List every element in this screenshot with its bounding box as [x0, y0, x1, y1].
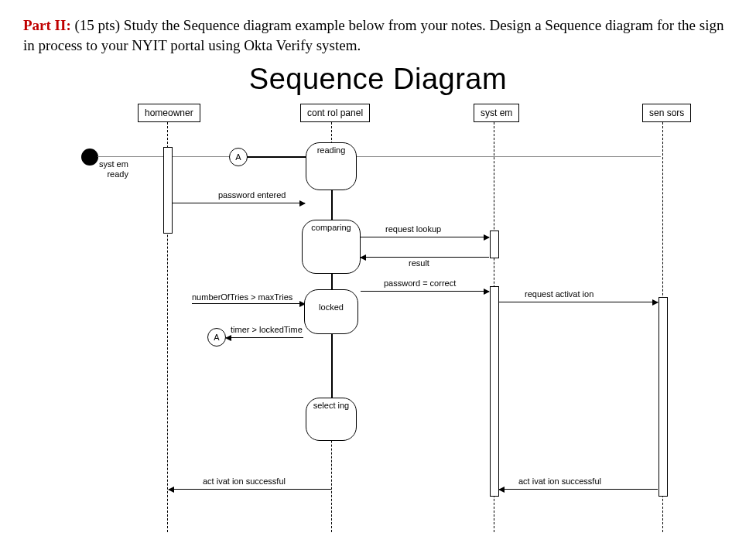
connector-a-lower: A: [207, 328, 226, 347]
state-locked: locked: [304, 289, 358, 334]
arrow-password-entered: [172, 203, 305, 203]
system-ready-label: syst em ready: [99, 159, 128, 179]
cp-connector-2: [331, 274, 333, 289]
arrow-activation-successful-right: [499, 489, 658, 490]
msg-request-lookup: request lookup: [385, 224, 441, 234]
line-a-to-reading: [247, 156, 307, 158]
arrow-request-lookup: [361, 237, 489, 237]
arrow-request-activation: [499, 302, 658, 302]
msg-timer-locked: timer > lockedTime: [231, 325, 303, 334]
lifeline-sensors: sen sors: [642, 104, 691, 122]
lifeline-homeowner: homeowner: [138, 104, 200, 122]
state-comparing: comparing: [302, 220, 361, 274]
arrow-result: [361, 257, 489, 258]
state-selecting: select ing: [306, 398, 357, 441]
initial-node-icon: [81, 149, 98, 166]
lifeline-system: syst em: [474, 104, 519, 122]
instructions-text: (15 pts) Study the Sequence diagram exam…: [23, 17, 724, 53]
activation-sensors: [659, 297, 668, 497]
activation-system-main: [490, 286, 499, 497]
msg-password-correct: password = correct: [384, 278, 456, 288]
msg-password-entered: password entered: [218, 190, 286, 200]
connector-a-upper: A: [229, 148, 248, 166]
question-instructions: Part II: (15 pts) Study the Sequence dia…: [23, 15, 733, 55]
msg-activation-successful-left: act ivat ion successful: [203, 476, 286, 486]
arrow-password-correct: [361, 291, 489, 292]
activation-system-lookup: [490, 231, 499, 258]
state-reading: reading: [306, 142, 357, 190]
arrow-number-of-tries: [192, 303, 305, 304]
initial-horizontal-line: [97, 156, 661, 157]
sequence-diagram: homeowner cont rol panel syst em sen sor…: [23, 104, 733, 537]
arrow-timer-locked: [226, 337, 303, 338]
diagram-title: Sequence Diagram: [23, 63, 733, 96]
cp-connector-3: [331, 334, 333, 398]
cp-connector-1: [331, 190, 333, 220]
msg-request-activation: request activat ion: [525, 289, 594, 299]
arrow-activation-successful-left: [169, 489, 331, 490]
msg-number-of-tries: numberOfTries > maxTries: [192, 292, 292, 302]
msg-activation-successful-right: act ivat ion successful: [518, 476, 601, 486]
lifeline-control-panel: cont rol panel: [300, 104, 370, 122]
part-label: Part II:: [23, 17, 71, 33]
msg-result: result: [409, 258, 429, 268]
activation-homeowner: [163, 147, 173, 234]
